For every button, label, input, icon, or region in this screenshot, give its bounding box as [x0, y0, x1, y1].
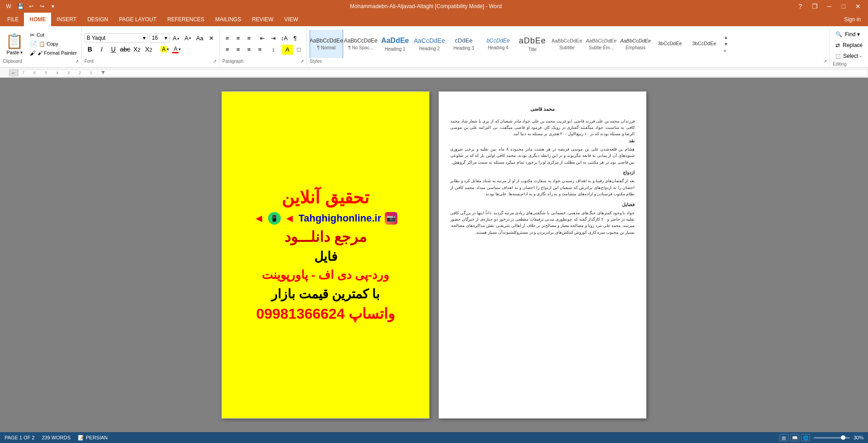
minimize-button[interactable]: ─: [823, 2, 835, 11]
highlight-arrow[interactable]: ▾: [167, 47, 169, 52]
line-spacing-button[interactable]: ↕: [269, 45, 278, 55]
zoom-level[interactable]: 30%: [854, 435, 863, 440]
editing-section: 🔍 Find ▾ ⇄ Replace ⬚ Select - Editing: [830, 28, 868, 66]
clipboard-buttons: 📋 Paste ▾ ✂ Cut 📄 📋 Copy: [3, 31, 79, 57]
bullets-button[interactable]: ≡: [222, 33, 232, 43]
grow-font-button[interactable]: A▲: [171, 33, 181, 43]
paste-button[interactable]: 📋 Paste ▾: [3, 31, 26, 57]
style-3b1[interactable]: 3bCcDdEe: [653, 30, 687, 58]
multilevel-list-button[interactable]: ≡: [244, 33, 254, 43]
style-heading1-label: Heading 1: [385, 47, 406, 52]
subscript-button[interactable]: X2: [132, 44, 142, 55]
style-3b2[interactable]: 3bCcDdEe: [688, 30, 721, 58]
style-no-spacing[interactable]: AaBbCcDdEe ¶ No Spac...: [344, 30, 377, 58]
sort-button[interactable]: ↕A: [279, 33, 289, 43]
font-name-dropdown[interactable]: B Yaqut ▾: [85, 33, 148, 42]
page-info[interactable]: PAGE 1 OF 2: [5, 435, 34, 440]
font-color-button[interactable]: A ▾: [171, 44, 182, 55]
word-icon[interactable]: W: [4, 1, 14, 11]
menu-mailings[interactable]: MAILINGS: [210, 13, 246, 26]
font-label-bar: Font ↗: [85, 59, 217, 64]
style-3b2-preview: 3bCcDdEe: [692, 40, 716, 47]
font-color-bar: [172, 52, 179, 53]
change-case-button[interactable]: Aa: [195, 33, 205, 43]
increase-indent-button[interactable]: ⇥: [269, 33, 278, 43]
find-button[interactable]: 🔍 Find ▾: [833, 30, 865, 39]
style-heading1[interactable]: AaDdEe Heading 1: [378, 30, 412, 58]
menu-view[interactable]: VIEW: [279, 13, 304, 26]
menu-file[interactable]: FILE: [2, 13, 24, 26]
superscript-button[interactable]: X2: [143, 44, 154, 55]
word-count[interactable]: 239 WORDS: [42, 435, 71, 440]
styles-expand-icon[interactable]: ↗: [823, 59, 827, 64]
style-subtitle[interactable]: AaBbCcDdEe Subtitle: [550, 30, 584, 58]
underline-button[interactable]: U: [108, 44, 119, 55]
undo-icon[interactable]: ↩: [26, 1, 36, 11]
style-emphasis-label: Emphasis: [626, 45, 646, 50]
paragraph-content: ≡ ≡ ≡ ⇤ ⇥ ↕A ¶ ≡ ≡ ≡ ≡ ↕ A: [222, 30, 304, 58]
style-heading3[interactable]: cDdEe Heading 3: [447, 30, 481, 58]
editing-buttons: 🔍 Find ▾ ⇄ Replace ⬚ Select -: [833, 30, 865, 61]
show-hide-button[interactable]: ¶: [290, 33, 300, 43]
ruler-corner[interactable]: ⌐: [9, 69, 18, 76]
save-icon[interactable]: 💾: [15, 1, 25, 11]
sign-in-button[interactable]: Sign in: [839, 13, 866, 26]
menu-insert[interactable]: INSERT: [51, 13, 82, 26]
maximize-button[interactable]: □: [837, 2, 850, 11]
style-heading2[interactable]: AaCcDdEe Heading 2: [413, 30, 446, 58]
justify-button[interactable]: ≡: [255, 45, 265, 55]
paragraph-expand-icon[interactable]: ↗: [300, 59, 304, 64]
align-right-button[interactable]: ≡: [244, 45, 254, 55]
web-layout-button[interactable]: 🌐: [801, 434, 810, 441]
border-button[interactable]: □: [294, 45, 304, 55]
font-size-dropdown[interactable]: 16 ▾: [150, 33, 170, 42]
styles-scroll-up[interactable]: ▲: [723, 34, 729, 41]
font-expand-icon[interactable]: ↗: [213, 59, 217, 64]
strikethrough-button[interactable]: abc: [120, 44, 131, 55]
redo-icon[interactable]: ↪: [37, 1, 47, 11]
align-center-button[interactable]: ≡: [233, 45, 243, 55]
copy-button[interactable]: 📄 📋 Copy: [28, 40, 79, 48]
menu-references[interactable]: REFERENCES: [162, 13, 210, 26]
language-indicator[interactable]: 📝 PERSIAN: [78, 435, 108, 441]
clear-formatting-button[interactable]: ✕: [207, 33, 217, 43]
menu-page-layout[interactable]: PAGE LAYOUT: [113, 13, 162, 26]
page-info-label: PAGE 1 OF 2: [5, 435, 34, 440]
font-color-arrow[interactable]: ▾: [179, 47, 181, 52]
close-button[interactable]: ✕: [852, 2, 864, 11]
style-normal[interactable]: AaBbCcDdEe ¶ Normal: [310, 30, 343, 58]
shrink-font-button[interactable]: A▼: [183, 33, 193, 43]
format-painter-button[interactable]: 🖌 🖌 Format Painter: [28, 49, 79, 57]
clipboard-expand-icon[interactable]: ↗: [75, 59, 79, 64]
numbered-list-button[interactable]: ≡: [233, 33, 243, 43]
styles-scroll-more[interactable]: ≡: [723, 47, 729, 54]
restore-button[interactable]: ❐: [808, 2, 821, 11]
style-heading4[interactable]: bCcDdEe Heading 4: [481, 30, 515, 58]
zoom-slider[interactable]: [814, 437, 850, 438]
ruler-num-1: 1: [90, 71, 92, 75]
style-subtitle-label: Subtitle: [559, 45, 574, 50]
cut-button[interactable]: ✂ Cut: [28, 31, 79, 39]
replace-button[interactable]: ⇄ Replace: [833, 41, 865, 50]
style-emphasis[interactable]: AaBbCcDdEe Emphasis: [619, 30, 652, 58]
menu-review[interactable]: REVIEW: [246, 13, 278, 26]
shading-button[interactable]: A: [282, 45, 293, 55]
style-subtle-em[interactable]: AaBbCcDdEe Subtle Em...: [585, 30, 618, 58]
styles-content: AaBbCcDdEe ¶ Normal AaBbCcDdEe ¶ No Spac…: [310, 30, 827, 58]
paste-dropdown-icon[interactable]: ▾: [20, 50, 23, 55]
customize-icon[interactable]: ▾: [48, 1, 58, 11]
ruler-num-4: 4: [56, 71, 58, 75]
full-reading-button[interactable]: 📖: [790, 434, 799, 441]
decrease-indent-button[interactable]: ⇤: [258, 33, 268, 43]
text-highlight-button[interactable]: A ▾: [160, 44, 170, 55]
italic-button[interactable]: I: [96, 44, 107, 55]
bold-button[interactable]: B: [85, 44, 95, 55]
help-button[interactable]: ?: [794, 2, 807, 11]
align-left-button[interactable]: ≡: [222, 45, 232, 55]
menu-design[interactable]: DESIGN: [82, 13, 113, 26]
menu-home[interactable]: HOME: [24, 13, 51, 26]
print-layout-button[interactable]: ▤: [779, 434, 788, 441]
style-title[interactable]: aDbEe Title: [516, 30, 549, 58]
styles-scroll-down[interactable]: ▼: [723, 41, 729, 47]
select-button[interactable]: ⬚ Select -: [833, 52, 865, 61]
